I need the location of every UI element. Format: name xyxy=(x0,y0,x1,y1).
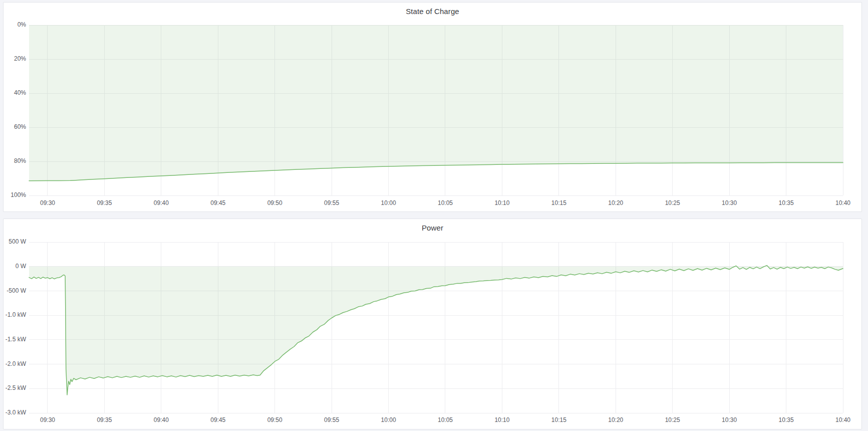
panel-state-of-charge: State of Charge 100%80%60%40%20%0%09:300… xyxy=(3,2,862,212)
area-fill xyxy=(29,25,843,181)
y-tick-label: 0% xyxy=(18,21,27,28)
panel-title-power: Power xyxy=(4,219,861,236)
x-tick-label: 10:15 xyxy=(551,199,566,206)
x-tick-label: 09:35 xyxy=(97,416,112,423)
x-tick-label: 10:20 xyxy=(608,199,623,206)
y-tick-label: 100% xyxy=(11,191,26,198)
x-tick-label: 10:05 xyxy=(438,199,453,206)
dashboard: State of Charge 100%80%60%40%20%0%09:300… xyxy=(0,0,868,431)
area-fill xyxy=(29,266,843,395)
power-chart[interactable]: 500 W0 W-500 W-1.0 kW-1.5 kW-2.0 kW-2.5 … xyxy=(4,236,861,429)
y-tick-label: -3.0 kW xyxy=(6,409,27,416)
x-tick-label: 10:25 xyxy=(665,199,680,206)
x-tick-label: 10:00 xyxy=(381,199,396,206)
y-tick-label: 500 W xyxy=(9,238,26,245)
state-of-charge-chart[interactable]: 100%80%60%40%20%0%09:3009:3509:4009:4509… xyxy=(4,20,861,211)
x-tick-label: 10:35 xyxy=(779,199,794,206)
y-tick-label: -500 W xyxy=(7,287,26,294)
x-tick-label: 09:40 xyxy=(154,416,169,423)
y-tick-label: -2.5 kW xyxy=(6,384,27,391)
x-tick-label: 10:20 xyxy=(608,416,623,423)
y-tick-label: -1.0 kW xyxy=(6,311,27,318)
y-tick-label: 60% xyxy=(14,123,26,130)
x-tick-label: 09:55 xyxy=(324,199,339,206)
x-tick-label: 10:30 xyxy=(722,416,737,423)
x-tick-label: 09:45 xyxy=(210,416,225,423)
x-tick-label: 10:00 xyxy=(381,416,396,423)
x-tick-label: 10:05 xyxy=(438,416,453,423)
y-tick-label: 20% xyxy=(14,55,26,62)
x-tick-label: 10:30 xyxy=(722,199,737,206)
x-tick-label: 10:25 xyxy=(665,416,680,423)
x-tick-label: 09:50 xyxy=(267,416,282,423)
x-tick-label: 10:10 xyxy=(494,199,509,206)
x-tick-label: 09:30 xyxy=(40,199,55,206)
x-tick-label: 10:15 xyxy=(551,416,566,423)
x-tick-label: 09:45 xyxy=(210,199,225,206)
y-tick-label: 40% xyxy=(14,89,26,96)
x-tick-label: 09:55 xyxy=(324,416,339,423)
y-tick-label: 0 W xyxy=(16,263,27,270)
x-tick-label: 10:40 xyxy=(835,199,850,206)
x-tick-label: 09:30 xyxy=(40,416,55,423)
y-tick-label: -1.5 kW xyxy=(6,336,27,343)
y-tick-label: -2.0 kW xyxy=(6,360,27,367)
y-tick-label: 80% xyxy=(14,157,26,164)
x-tick-label: 09:40 xyxy=(154,199,169,206)
x-tick-label: 09:35 xyxy=(97,199,112,206)
x-tick-label: 10:10 xyxy=(494,416,509,423)
x-tick-label: 10:35 xyxy=(779,416,794,423)
x-tick-label: 10:40 xyxy=(835,416,850,423)
panel-title-state-of-charge: State of Charge xyxy=(4,3,861,20)
x-tick-label: 09:50 xyxy=(267,199,282,206)
panel-power: Power 500 W0 W-500 W-1.0 kW-1.5 kW-2.0 k… xyxy=(3,219,862,429)
